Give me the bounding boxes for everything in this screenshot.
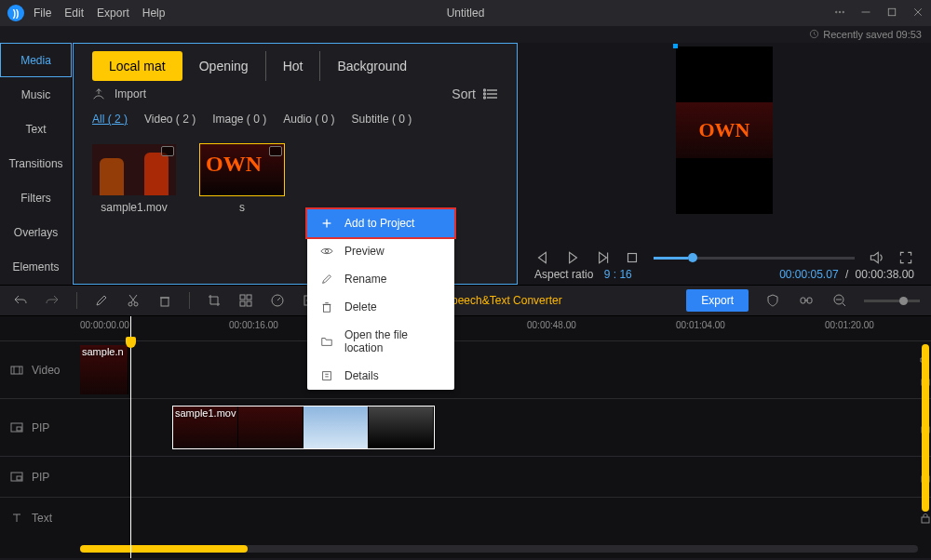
media-tab-local[interactable]: Local mat bbox=[92, 51, 182, 81]
svg-point-0 bbox=[836, 11, 838, 13]
ruler-tick: 00:00:16.00 bbox=[229, 320, 278, 330]
edit-button[interactable] bbox=[92, 291, 111, 310]
svg-rect-45 bbox=[11, 367, 22, 374]
details-icon bbox=[320, 369, 333, 382]
ruler-tick: 00:00:48.00 bbox=[527, 320, 576, 330]
svg-rect-53 bbox=[17, 476, 21, 480]
sidebar-tab-transitions[interactable]: Transitions bbox=[0, 146, 72, 180]
sidebar-tab-music[interactable]: Music bbox=[0, 77, 72, 112]
svg-rect-30 bbox=[247, 295, 251, 300]
pip-clip-1[interactable]: sample1.mov bbox=[173, 407, 434, 448]
sidebar-tab-elements[interactable]: Elements bbox=[0, 249, 72, 284]
timeline-v-scrollbar[interactable] bbox=[922, 344, 929, 540]
aspect-ratio-value[interactable]: 9 : 16 bbox=[597, 268, 632, 281]
close-button[interactable] bbox=[912, 7, 924, 20]
import-button[interactable]: Import bbox=[92, 87, 146, 100]
filter-audio[interactable]: Audio ( 0 ) bbox=[283, 113, 334, 126]
media-tab-opening[interactable]: Opening bbox=[182, 51, 266, 81]
sidebar-tab-text[interactable]: Text bbox=[0, 112, 72, 146]
volume-button[interactable] bbox=[868, 249, 884, 266]
sidebar-tab-overlays[interactable]: Overlays bbox=[0, 215, 72, 249]
add-badge-icon[interactable] bbox=[269, 146, 282, 156]
svg-rect-20 bbox=[323, 372, 331, 380]
sort-button[interactable]: Sort bbox=[452, 87, 498, 101]
menu-file[interactable]: File bbox=[34, 7, 51, 20]
context-menu: Add to Project Preview Rename Delete Ope… bbox=[307, 209, 454, 390]
shield-icon[interactable] bbox=[763, 291, 782, 310]
track-text: Text bbox=[0, 497, 931, 538]
pencil-icon bbox=[320, 273, 333, 286]
clock-icon bbox=[809, 29, 819, 41]
link-icon[interactable] bbox=[797, 291, 816, 310]
timeline-h-scrollbar[interactable] bbox=[80, 545, 918, 553]
export-button[interactable]: Export bbox=[686, 289, 749, 312]
more-icon[interactable] bbox=[834, 7, 845, 20]
ctx-details[interactable]: Details bbox=[307, 362, 454, 390]
track-pip2-label: PIP bbox=[32, 471, 49, 484]
stop-button[interactable] bbox=[624, 249, 641, 266]
ctx-details-label: Details bbox=[344, 369, 379, 382]
delete-button[interactable] bbox=[155, 291, 174, 310]
track-text-label: Text bbox=[32, 512, 52, 525]
next-frame-button[interactable] bbox=[594, 249, 611, 266]
add-badge-icon[interactable] bbox=[161, 146, 174, 156]
media-tab-hot[interactable]: Hot bbox=[266, 51, 321, 81]
filter-image[interactable]: Image ( 0 ) bbox=[212, 113, 266, 126]
play-button[interactable] bbox=[564, 249, 581, 266]
track-pip-label: PIP bbox=[32, 421, 49, 434]
prev-frame-button[interactable] bbox=[534, 249, 551, 266]
filter-all[interactable]: All ( 2 ) bbox=[92, 113, 128, 126]
timeline-ruler[interactable]: 00:00:00.00 00:00:16.00 00:00:32.00 00:0… bbox=[80, 316, 931, 340]
ctx-preview[interactable]: Preview bbox=[307, 237, 454, 265]
ctx-rename[interactable]: Rename bbox=[307, 265, 454, 293]
ctx-delete[interactable]: Delete bbox=[307, 293, 454, 321]
mosaic-button[interactable] bbox=[236, 291, 255, 310]
ruler-tick: 00:01:04.00 bbox=[676, 320, 725, 330]
svg-point-11 bbox=[484, 89, 486, 91]
filter-subtitle[interactable]: Subtitle ( 0 ) bbox=[352, 113, 412, 126]
sidebar-tab-media[interactable]: Media bbox=[0, 43, 72, 77]
folder-icon bbox=[320, 335, 333, 348]
status-saved: Recently saved 09:53 bbox=[823, 29, 922, 40]
pip-icon bbox=[9, 420, 24, 435]
zoom-slider[interactable] bbox=[864, 300, 920, 302]
svg-point-1 bbox=[839, 11, 841, 13]
svg-point-16 bbox=[325, 249, 329, 253]
menu-help[interactable]: Help bbox=[142, 7, 166, 20]
track-video: Video sample.n bbox=[0, 340, 931, 398]
media-tab-background[interactable]: Background bbox=[320, 51, 424, 81]
ctx-open-label: Open the file location bbox=[344, 328, 441, 354]
svg-line-43 bbox=[843, 303, 845, 306]
import-icon bbox=[92, 87, 105, 100]
media-thumb-2[interactable]: OWN bbox=[200, 144, 284, 195]
zoom-out-button[interactable] bbox=[830, 291, 849, 310]
ctx-open-location[interactable]: Open the file location bbox=[307, 321, 454, 362]
timeline-playhead[interactable] bbox=[130, 316, 131, 558]
maximize-button[interactable] bbox=[886, 7, 897, 20]
undo-button[interactable] bbox=[11, 291, 30, 310]
preview-canvas[interactable]: OWN bbox=[676, 47, 773, 214]
speed-button[interactable] bbox=[268, 291, 287, 310]
eye-icon bbox=[320, 245, 333, 258]
video-icon bbox=[9, 363, 24, 378]
media-thumb-1[interactable] bbox=[92, 144, 176, 195]
redo-button[interactable] bbox=[43, 291, 61, 310]
duration: 00:00:38.00 bbox=[856, 268, 914, 281]
track-pip2: PIP bbox=[0, 456, 931, 497]
video-clip-1[interactable]: sample.n bbox=[80, 345, 128, 394]
cut-button[interactable] bbox=[124, 291, 142, 310]
fullscreen-button[interactable] bbox=[897, 249, 914, 266]
filter-video[interactable]: Video ( 2 ) bbox=[144, 113, 196, 126]
svg-point-2 bbox=[843, 11, 844, 13]
crop-button[interactable] bbox=[205, 291, 223, 310]
track-pip: PIP sample1.mov bbox=[0, 398, 931, 456]
menu-edit[interactable]: Edit bbox=[64, 7, 84, 20]
svg-rect-31 bbox=[240, 301, 245, 306]
menu-export[interactable]: Export bbox=[97, 7, 129, 20]
ctx-add-to-project[interactable]: Add to Project bbox=[307, 209, 454, 237]
minimize-button[interactable] bbox=[860, 7, 871, 20]
svg-rect-24 bbox=[628, 254, 637, 262]
sidebar-tab-filters[interactable]: Filters bbox=[0, 180, 72, 215]
preview-slider[interactable] bbox=[654, 257, 855, 260]
speech-text-converter[interactable]: Speech&Text Converter bbox=[444, 294, 562, 307]
